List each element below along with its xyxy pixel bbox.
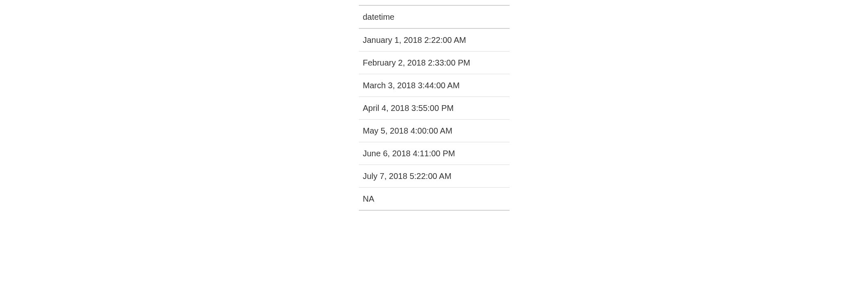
datetime-cell: January 1, 2018 2:22:00 AM	[359, 28, 510, 52]
datetime-cell: May 5, 2018 4:00:00 AM	[359, 120, 510, 142]
datetime-cell: June 6, 2018 4:11:00 PM	[359, 142, 510, 165]
column-header-datetime: datetime	[359, 5, 510, 28]
table-row: February 2, 2018 2:33:00 PM	[359, 52, 510, 74]
table-row: July 7, 2018 5:22:00 AM	[359, 165, 510, 188]
datetime-cell: April 4, 2018 3:55:00 PM	[359, 97, 510, 120]
datetime-cell: March 3, 2018 3:44:00 AM	[359, 74, 510, 97]
table-row: April 4, 2018 3:55:00 PM	[359, 97, 510, 120]
table-row: January 1, 2018 2:22:00 AM	[359, 28, 510, 52]
datetime-cell: July 7, 2018 5:22:00 AM	[359, 165, 510, 188]
table-row: May 5, 2018 4:00:00 AM	[359, 120, 510, 142]
datetime-table: datetime January 1, 2018 2:22:00 AM Febr…	[359, 5, 510, 211]
datetime-cell: NA	[359, 188, 510, 211]
table-row: NA	[359, 188, 510, 211]
datetime-cell: February 2, 2018 2:33:00 PM	[359, 52, 510, 74]
table-row: June 6, 2018 4:11:00 PM	[359, 142, 510, 165]
datetime-table-container: datetime January 1, 2018 2:22:00 AM Febr…	[359, 5, 510, 211]
table-row: March 3, 2018 3:44:00 AM	[359, 74, 510, 97]
table-header-row: datetime	[359, 5, 510, 28]
